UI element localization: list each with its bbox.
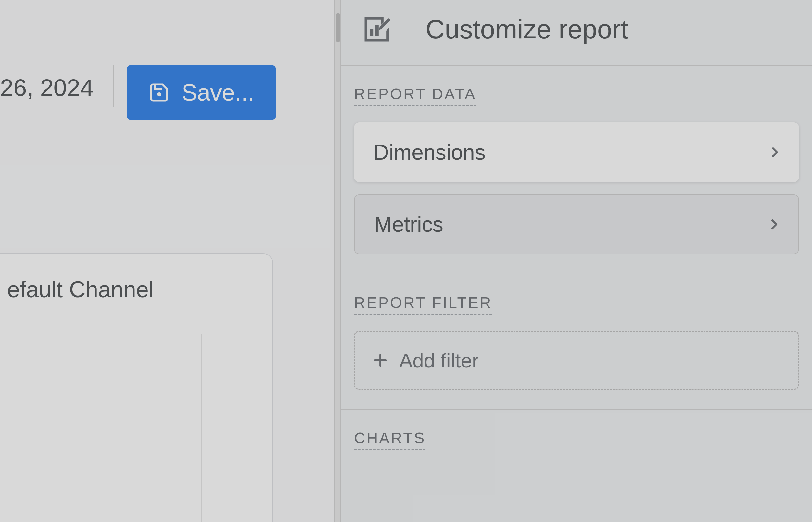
section-label-report-filter: REPORT FILTER [354, 294, 492, 315]
svg-rect-2 [375, 25, 379, 36]
chevron-right-icon [767, 217, 782, 232]
plus-icon [371, 351, 390, 369]
panel-title: Customize report [425, 14, 628, 44]
customize-report-panel: Customize report REPORT DATA Dimensions … [341, 0, 812, 522]
chart-card-title-fragment: efault Channel [7, 277, 154, 303]
section-report-filter: REPORT FILTER Add filter [341, 274, 812, 410]
panel-header: Customize report [341, 0, 812, 65]
metrics-row[interactable]: Metrics [354, 195, 799, 254]
grid-line [114, 334, 114, 522]
chart-card: efault Channel [0, 253, 273, 522]
section-label-charts: CHARTS [354, 429, 425, 450]
scrollbar-track[interactable] [334, 0, 341, 522]
metrics-label: Metrics [374, 212, 443, 237]
grid-line [201, 334, 202, 522]
section-label-report-data: REPORT DATA [354, 85, 476, 106]
save-button-label: Save... [182, 79, 254, 106]
dimensions-label: Dimensions [374, 140, 486, 165]
svg-rect-1 [370, 29, 373, 36]
section-charts: CHARTS [341, 410, 812, 486]
add-filter-label: Add filter [399, 349, 479, 372]
dimensions-row[interactable]: Dimensions [354, 122, 799, 182]
divider [113, 65, 114, 107]
save-button[interactable]: Save... [127, 65, 276, 120]
scrollbar-thumb[interactable] [336, 13, 340, 42]
customize-report-icon [360, 13, 393, 45]
report-background: 26, 2024 Save... efault Channel [0, 0, 335, 522]
add-filter-button[interactable]: Add filter [354, 331, 799, 389]
svg-point-0 [157, 92, 161, 97]
section-report-data: REPORT DATA Dimensions Metrics [341, 65, 812, 274]
date-range-fragment: 26, 2024 [0, 74, 94, 102]
chevron-right-icon [767, 144, 783, 160]
save-icon [148, 82, 170, 103]
